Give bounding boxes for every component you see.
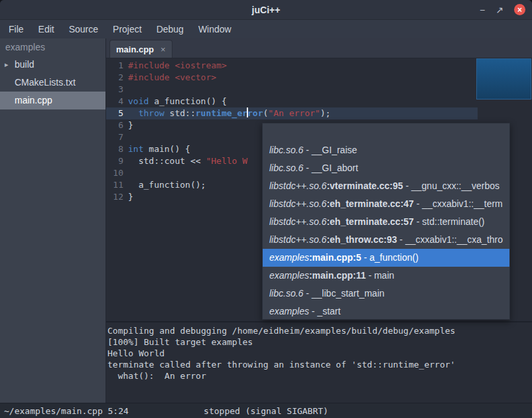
code-text: throw std::runtime_error("An error"); xyxy=(123,107,330,119)
code-segment: a_function() { xyxy=(149,96,226,106)
output-lines: Compiling and debugging /home/eidheim/ex… xyxy=(107,325,531,382)
code-line[interactable]: 1#include <iostream> xyxy=(106,60,532,72)
stack-frame-item[interactable]: examples - _start xyxy=(263,303,509,320)
frame-library: examples xyxy=(269,252,309,263)
output-line: terminate called after throwing an insta… xyxy=(107,359,531,370)
frame-function: - a_function() xyxy=(362,252,419,263)
tab-bar: main.cpp × xyxy=(106,38,532,58)
code-text xyxy=(123,167,128,179)
menu-item-window[interactable]: Window xyxy=(191,20,239,38)
frame-function: - std::terminate() xyxy=(414,216,485,227)
stack-frame-popup: libc.so.6 - __GI_raiselibc.so.6 - __GI_a… xyxy=(262,123,510,320)
frame-library: libstdc++.so.6 xyxy=(269,234,326,245)
code-text: int main() { xyxy=(123,143,190,155)
stack-frame-item[interactable]: libstdc++.so.6:eh_terminate.cc:57 - std:… xyxy=(263,213,509,231)
stack-frame-list: libc.so.6 - __GI_raiselibc.so.6 - __GI_a… xyxy=(263,123,509,320)
code-text xyxy=(123,131,128,143)
code-text: } xyxy=(123,191,133,203)
menu-item-file[interactable]: File xyxy=(1,20,31,38)
code-text: #include <vector> xyxy=(123,72,216,84)
code-line[interactable]: 3 xyxy=(106,84,532,96)
close-button[interactable]: × xyxy=(514,4,525,15)
close-icon: × xyxy=(517,6,522,14)
line-number: 12 xyxy=(106,191,123,203)
frame-function: - __GI_raise xyxy=(303,145,357,155)
tooltip-box xyxy=(476,58,531,100)
frame-location: :vterminate.cc:95 xyxy=(326,180,403,191)
status-bar: ~/examples/main.cpp 5:24 stopped (signal… xyxy=(0,403,532,418)
frame-location: :eh_terminate.cc:57 xyxy=(326,216,414,227)
stack-frame-item[interactable]: libstdc++.so.6:eh_throw.cc:93 - __cxxabi… xyxy=(263,231,509,249)
sidebar: examples ▸buildCMakeLists.txtmain.cpp xyxy=(0,38,106,403)
line-number: 10 xyxy=(106,167,123,179)
code-segment: main() { xyxy=(143,144,190,154)
code-line[interactable]: 4void a_function() { xyxy=(106,96,532,107)
maximize-button[interactable]: ↗ xyxy=(496,5,503,15)
code-segment: ror xyxy=(247,108,263,118)
frame-library: examples xyxy=(269,270,309,281)
stack-frame-item[interactable]: libc.so.6 - __GI_abort xyxy=(263,159,509,177)
minimize-button[interactable]: − xyxy=(480,5,485,15)
menu-item-debug[interactable]: Debug xyxy=(149,20,191,38)
frame-library: examples xyxy=(269,306,309,316)
file-tree: ▸buildCMakeLists.txtmain.cpp xyxy=(0,56,105,109)
stack-frame-item[interactable]: libstdc++.so.6:eh_terminate.cc:47 - __cx… xyxy=(263,195,509,213)
frame-function: - _start xyxy=(309,306,340,316)
code-segment: #include xyxy=(128,72,174,82)
frame-location: :eh_terminate.cc:47 xyxy=(326,198,414,209)
frame-location: :eh_throw.cc:93 xyxy=(326,234,397,245)
project-header: examples xyxy=(0,38,105,56)
frame-library: libc.so.6 xyxy=(269,145,303,155)
stack-frame-item[interactable]: libc.so.6 - __libc_start_main xyxy=(263,285,509,303)
code-line[interactable]: 2#include <vector> xyxy=(106,72,532,84)
menu-item-source[interactable]: Source xyxy=(62,20,105,38)
frame-function: - __cxxabiv1::__term xyxy=(414,198,503,209)
frame-function: - __cxxabiv1::__cxa_thro xyxy=(397,234,503,245)
tab-main-cpp[interactable]: main.cpp × xyxy=(109,40,172,58)
menu-bar: FileEditSourceProjectDebugWindow xyxy=(0,20,532,38)
output-line: what(): An error xyxy=(107,370,531,382)
frame-location: :main.cpp:5 xyxy=(309,252,362,263)
stack-frame-item[interactable]: libc.so.6 - __GI_raise xyxy=(263,141,509,159)
app-window: juCi++ − ↗ × FileEditSourceProjectDebugW… xyxy=(0,0,532,418)
code-segment xyxy=(128,108,139,118)
code-segment: #include xyxy=(128,60,174,70)
stack-frame-item[interactable] xyxy=(263,123,509,141)
tab-label: main.cpp xyxy=(116,44,154,54)
frame-library: libc.so.6 xyxy=(269,288,303,299)
code-segment: ); xyxy=(320,108,331,118)
stack-frame-item[interactable]: examples:main.cpp:11 - main xyxy=(263,267,509,285)
output-line: [100%] Built target examples xyxy=(107,336,531,348)
code-segment: std::cout << xyxy=(128,156,206,166)
output-line: Hello World xyxy=(107,348,531,359)
output-panel[interactable]: Compiling and debugging /home/eidheim/ex… xyxy=(106,321,532,403)
line-number: 2 xyxy=(106,72,123,84)
window-title: juCi++ xyxy=(252,5,281,15)
code-segment: runtime_er xyxy=(196,108,247,118)
code-segment: } xyxy=(128,192,133,202)
tab-close-icon[interactable]: × xyxy=(161,44,166,54)
tree-item-build[interactable]: ▸build xyxy=(0,56,105,74)
stack-frame-item[interactable]: examples:main.cpp:5 - a_function() xyxy=(263,249,509,267)
status-debug-state: stopped (signal SIGABRT) xyxy=(0,406,532,416)
line-number: 11 xyxy=(106,179,123,191)
tree-item-main-cpp[interactable]: main.cpp xyxy=(0,92,105,109)
code-segment: std:: xyxy=(165,108,196,118)
menu-item-project[interactable]: Project xyxy=(105,20,149,38)
code-segment: a_function(); xyxy=(128,180,206,190)
code-line[interactable]: 5 throw std::runtime_error("An error"); xyxy=(106,107,532,119)
tree-item-label: CMakeLists.txt xyxy=(15,77,76,88)
frame-library: libstdc++.so.6 xyxy=(269,180,326,191)
stack-frame-item[interactable]: libstdc++.so.6:vterminate.cc:95 - __gnu_… xyxy=(263,177,509,195)
menu-item-edit[interactable]: Edit xyxy=(31,20,62,38)
code-segment: int xyxy=(128,144,143,154)
code-text: } xyxy=(123,119,133,131)
window-controls: − ↗ × xyxy=(480,0,525,19)
chevron-right-icon: ▸ xyxy=(5,56,9,74)
frame-function: - main xyxy=(366,270,395,281)
frame-library: libc.so.6 xyxy=(269,163,303,173)
frame-function: - __gnu_cxx::__verbos xyxy=(403,180,500,191)
output-line: Compiling and debugging /home/eidheim/ex… xyxy=(107,325,531,336)
tree-item-cmakelists-txt[interactable]: CMakeLists.txt xyxy=(0,74,105,92)
line-number: 3 xyxy=(106,84,123,96)
